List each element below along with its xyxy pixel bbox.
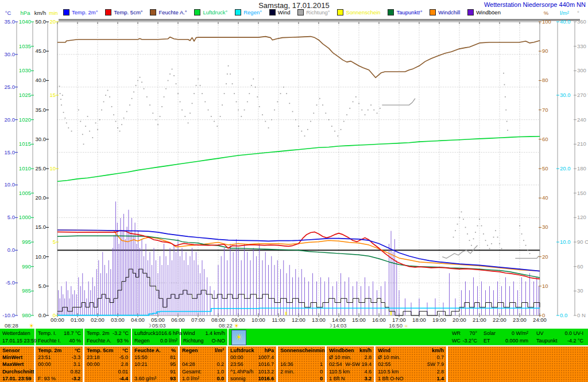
summary-header: Temp. 2m°C	[38, 347, 80, 354]
summary-unit: km/h	[359, 347, 372, 354]
ephemeris-time-label: 14:03	[333, 322, 347, 329]
summary-unit: °C	[122, 347, 128, 354]
status-right-group-2: UV0.0 UV-ITaupunkt-4.2 °C	[534, 329, 586, 345]
summary-cell-value: 0.2	[216, 361, 224, 368]
time-tick-label: 23:00	[513, 317, 527, 323]
summary-sensor-name: Temp. 2m	[38, 347, 61, 354]
legend-item-feuchte-a[interactable]: Feuchte A.°	[150, 9, 187, 15]
summary-cell-row: 23:561016.7	[230, 361, 274, 368]
summary-cell-row: 00:003.1	[38, 361, 80, 368]
axis-tick-label: 35.0	[5, 18, 16, 25]
legend-label: Luftdruck°	[203, 9, 227, 15]
axis-tick-label: -5.0	[6, 279, 15, 286]
summary-header: Temp. 5cm°C	[87, 347, 128, 354]
summary-header: Feuchte A.%	[134, 347, 176, 354]
summary-cell-left: 00:00	[38, 361, 51, 368]
summary-sensor-name: Windböen	[329, 347, 354, 354]
status-group-1: Temp. I.18.7 °CFeuchte I.40 %	[36, 329, 84, 345]
summary-row-label: MinWert	[2, 354, 32, 361]
legend-item-wind[interactable]: Wind	[269, 9, 291, 15]
legend-item-richtung[interactable]: Richtung°	[297, 9, 330, 15]
time-tick-label: 01:00	[71, 317, 84, 323]
summary-column-3: Feuchte A.%15:508110:2195913.60 g/m³93	[132, 346, 180, 382]
status-row: WR70°	[452, 330, 477, 337]
axis-tick-label: 80	[542, 77, 548, 83]
weather-chart: °C35.030.025.020.015.010.05.00.0-5.0-10.…	[0, 0, 588, 329]
time-tick-label: 16:00	[372, 317, 386, 323]
summary-cell-left: 16:36	[280, 361, 293, 368]
summary-cell-left: 110.5 km	[329, 368, 350, 375]
axis-tick-label: 240	[577, 116, 586, 123]
axis-tick-label: 70	[542, 107, 548, 113]
summary-cell-value: SW 7.9	[427, 361, 444, 368]
legend-item-luftdruck[interactable]: Luftdruck°	[194, 9, 227, 15]
axis-tick-label: 50.0	[36, 18, 47, 25]
legend-item-sonnenschein[interactable]: Sonnenschein	[337, 9, 380, 15]
axis-tick-label: -10.0	[2, 312, 15, 318]
summary-cell-left: 10:21	[134, 361, 148, 368]
time-tick-label: 04:00	[131, 317, 145, 323]
summary-cell-value: 1013.2	[258, 368, 274, 375]
summary-cell-row: Ø 10 min.2.8	[329, 354, 372, 361]
summary-cell-row: Ø 10 min.0.7	[378, 354, 444, 361]
axis-tick-label: 10.0	[5, 181, 16, 188]
legend-item-windchill[interactable]: Windchill	[430, 9, 460, 15]
summary-cell-row: 91	[134, 368, 176, 375]
summary-cell-value: 0.01	[118, 368, 128, 375]
axis-tick-label: 40.0	[36, 77, 47, 83]
status-value: 93 %	[117, 337, 129, 345]
summary-cell-left: Ø 10 min.	[378, 354, 400, 361]
axis-tick-label: 360 N	[577, 18, 588, 25]
status-value: -3.2°C	[462, 337, 477, 345]
summary-cell-value: 0	[320, 375, 323, 382]
summary-cell-row: 23:51-3.3	[38, 354, 80, 361]
status-row: Temp. I.18.7 °C	[38, 330, 81, 337]
status-label: Temp. 2m	[87, 330, 110, 337]
summary-unit: l/m²	[215, 347, 224, 354]
legend-label: Taupunkt!°	[396, 9, 422, 15]
legend-item-temp-5cm[interactable]: Temp. 5cm°	[105, 9, 142, 15]
axis-tick-label: 40	[542, 194, 548, 201]
axis-tick-label: 30.0	[560, 92, 571, 98]
summary-row-label: Durchschnitt	[2, 368, 32, 375]
status-row: Solar0 W/m²	[483, 330, 528, 337]
summary-cell-left: 02:55	[378, 361, 391, 368]
legend-label: Regen°	[243, 9, 262, 15]
axis-tick-label: 5.0	[7, 214, 15, 220]
summary-sensor-name: Feuchte A.	[134, 347, 161, 354]
axis-unit: l/m²	[560, 10, 569, 16]
status-label: Wind	[183, 330, 195, 337]
axis-tick-label: 0.0	[560, 312, 567, 318]
summary-cell-value: 95	[170, 361, 176, 368]
axis-tick-label: 0.0	[38, 312, 46, 318]
summary-cell-left: F: 93 %	[38, 375, 56, 382]
legend-swatch-icon	[269, 9, 276, 15]
summary-cell-row: 10:2195	[134, 361, 176, 368]
legend-item-temp-2m[interactable]: Temp. 2m°	[63, 9, 98, 15]
legend-item-windb-en[interactable]: Windböen	[467, 9, 501, 15]
legend-label: Wind	[278, 9, 291, 15]
legend-label: Windchill	[438, 9, 460, 15]
status-label: ET	[483, 337, 490, 345]
axis-tick-label: 20	[542, 254, 548, 260]
summary-cell-value: 2.8	[436, 368, 444, 375]
time-tick-label: 12:00	[292, 317, 305, 323]
status-right-group-1: Solar0 W/m²ET0.000 mm	[481, 329, 531, 345]
ephemeris-time-label: 16:50	[389, 322, 403, 329]
legend-item-taupunkt[interactable]: Taupunkt!°	[388, 9, 422, 15]
summary-cell-left: 23:51	[38, 354, 51, 361]
legend-item-regen[interactable]: Regen°	[235, 9, 262, 15]
station-name: Wetterstation Niedersorpe 440m NN	[484, 1, 586, 8]
time-tick-label: 06:00	[171, 317, 185, 323]
status-value: 0.0 l/m²	[160, 337, 177, 345]
status-value: O-NO	[212, 337, 226, 345]
axis-tick-label: 15	[49, 92, 56, 98]
time-tick-label: 18:00	[412, 317, 426, 323]
axis-tick-label: 1015	[19, 141, 31, 147]
axis-tick-label: 1020	[19, 116, 31, 123]
summary-cell-row: 00:002.8	[87, 361, 128, 368]
summary-cell-value: 1007.4	[258, 354, 274, 361]
summary-cell-value: -3.3	[71, 354, 80, 361]
summary-header: Windböenkm/h	[329, 347, 372, 354]
status-value: 0.0 UV-I	[564, 330, 583, 337]
